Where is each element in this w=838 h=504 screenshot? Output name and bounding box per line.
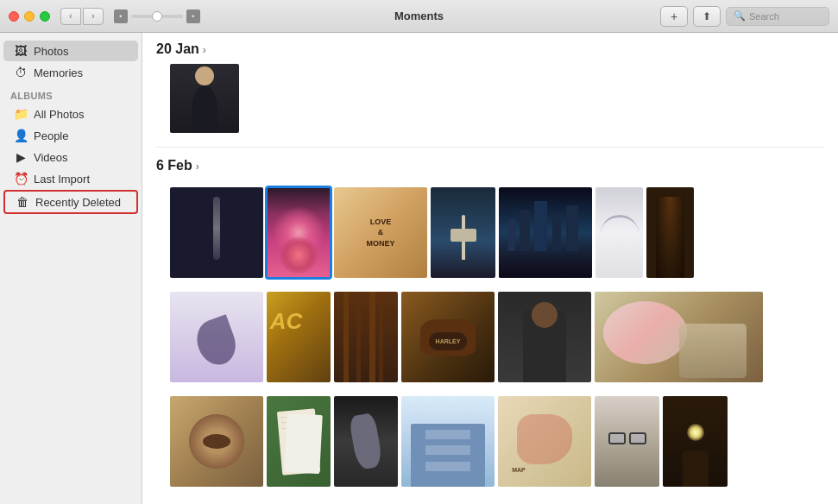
photo-thumb[interactable]: AC [267, 292, 331, 382]
photo-thumb[interactable] [170, 64, 239, 133]
content-area: 20 Jan › 6 Feb › [142, 33, 838, 504]
photo-thumb[interactable] [646, 187, 694, 278]
section-divider-1 [156, 147, 824, 148]
add-button[interactable]: + [660, 6, 688, 27]
sidebar-item-videos[interactable]: ▶ Videos [3, 147, 138, 167]
search-box[interactable]: 🔍 Search [726, 7, 829, 26]
feb-arrow-icon: › [196, 161, 199, 173]
trash-icon: 🗑 [16, 195, 29, 209]
nav-buttons: ‹ › [60, 8, 104, 25]
back-button[interactable]: ‹ [60, 8, 81, 25]
search-placeholder: Search [749, 11, 779, 22]
sidebar-label-recently-deleted: Recently Deleted [35, 196, 121, 209]
photo-thumb[interactable]: HARLEY [401, 292, 495, 382]
sidebar-item-photos[interactable]: 🖼 Photos [3, 41, 138, 61]
sidebar-item-all-photos[interactable]: 📁 All Photos [3, 104, 138, 124]
jan-section: 20 Jan › [142, 33, 838, 145]
jan-photo-grid [156, 64, 824, 140]
jan-arrow-icon: › [203, 44, 206, 56]
feb-date-header[interactable]: 6 Feb › [156, 158, 824, 173]
photo-thumb[interactable] [170, 292, 263, 382]
search-icon: 🔍 [734, 10, 746, 22]
photo-thumb[interactable] [595, 187, 643, 278]
people-icon: 👤 [14, 129, 28, 142]
sidebar: 🖼 Photos ⏱ Memories Albums 📁 All Photos … [0, 33, 142, 504]
photo-thumb[interactable] [170, 396, 263, 487]
zoom-small-icon: ▪ [114, 9, 128, 23]
albums-section-label: Albums [0, 84, 142, 103]
photo-thumb[interactable]: LOVE&MONEY [334, 187, 427, 278]
sidebar-item-people[interactable]: 👤 People [3, 125, 138, 146]
jan-date-label: 20 Jan [156, 41, 199, 57]
memories-icon: ⏱ [14, 66, 28, 79]
window-title: Moments [394, 9, 444, 22]
photos-icon: 🖼 [14, 44, 28, 58]
jan-date-header[interactable]: 20 Jan › [156, 41, 824, 57]
videos-icon: ▶ [14, 150, 28, 164]
sidebar-item-recently-deleted[interactable]: 🗑 Recently Deleted [3, 190, 138, 214]
photo-thumb[interactable] [595, 396, 659, 487]
all-photos-icon: 📁 [14, 107, 28, 121]
titlebar: ‹ › ▪ ▪ Moments + ⬆ 🔍 Search [0, 0, 838, 33]
feb-date-label: 6 Feb [156, 158, 192, 173]
sidebar-label-photos: Photos [34, 45, 68, 58]
sidebar-item-last-import[interactable]: ⏰ Last Import [3, 168, 138, 189]
photo-thumb[interactable] [401, 396, 495, 487]
chevron-left-icon: ‹ [69, 11, 72, 21]
photo-thumb[interactable] [267, 187, 331, 278]
titlebar-right: + ⬆ 🔍 Search [660, 6, 829, 27]
close-button[interactable] [9, 11, 19, 22]
zoom-large-icon: ▪ [186, 9, 200, 23]
photo-thumb[interactable] [595, 292, 763, 382]
minimize-button[interactable] [24, 11, 35, 22]
sidebar-label-videos: Videos [34, 151, 68, 164]
sidebar-label-all-photos: All Photos [34, 108, 85, 121]
zoom-thumb [152, 11, 162, 22]
feb-photo-grid-row2: AC HARLEY [156, 285, 824, 389]
chevron-right-icon: › [91, 11, 94, 21]
maximize-button[interactable] [40, 11, 50, 22]
last-import-icon: ⏰ [14, 172, 28, 186]
zoom-slider[interactable] [131, 15, 183, 18]
sidebar-item-memories[interactable]: ⏱ Memories [3, 62, 138, 83]
photo-thumb[interactable] [663, 396, 728, 487]
sidebar-label-memories: Memories [34, 66, 83, 79]
forward-button[interactable]: › [83, 8, 104, 25]
sidebar-label-last-import: Last Import [34, 173, 90, 186]
photo-thumb[interactable]: MAP [498, 396, 591, 487]
photo-thumb[interactable] [334, 396, 398, 487]
photo-thumb[interactable] [334, 292, 398, 382]
share-icon: ⬆ [703, 10, 711, 22]
share-button[interactable]: ⬆ [693, 6, 721, 27]
feb-section: 6 Feb › LOVE&MONEY [142, 149, 838, 499]
zoom-control: ▪ ▪ [114, 9, 200, 23]
photo-thumb[interactable] [499, 187, 592, 278]
photo-thumb[interactable] [170, 187, 263, 278]
traffic-lights [9, 11, 50, 22]
sidebar-label-people: People [34, 129, 68, 142]
plus-icon: + [671, 9, 677, 23]
feb-photo-grid-row3: — — — —— — —— — — — [156, 389, 824, 494]
main-layout: 🖼 Photos ⏱ Memories Albums 📁 All Photos … [0, 33, 838, 504]
photo-thumb[interactable]: — — — —— — —— — — — [267, 396, 331, 487]
photo-thumb[interactable] [498, 292, 591, 382]
photo-thumb[interactable] [431, 187, 495, 278]
feb-photo-grid-row1: LOVE&MONEY [156, 180, 824, 285]
